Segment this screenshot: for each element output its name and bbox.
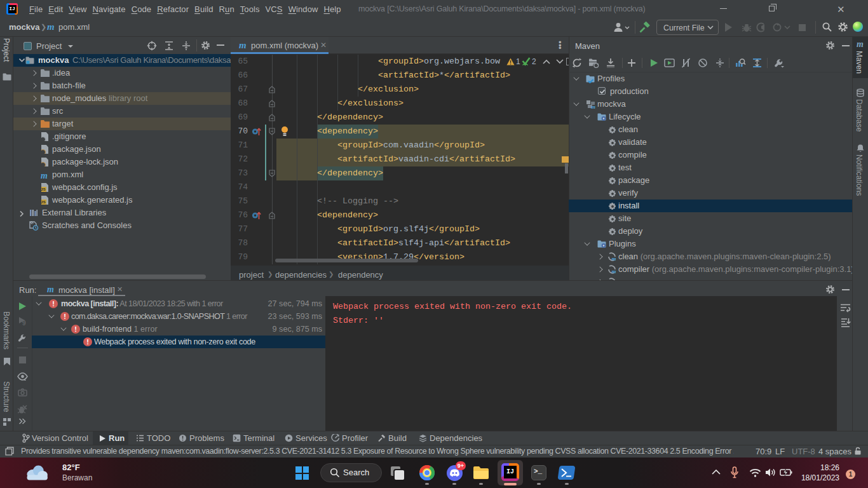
svg-text:m: m <box>612 255 616 261</box>
svg-text:m: m <box>591 104 595 109</box>
svg-text:m: m <box>612 268 616 274</box>
